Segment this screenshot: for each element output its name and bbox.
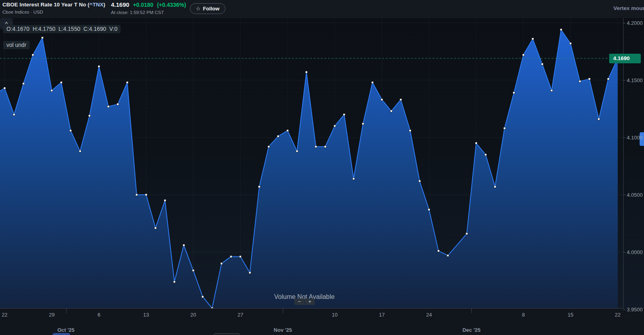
ohlc-legend-chip[interactable]: O:4.1670 H:4.1750 L:4.1550 C:4.1690 V:0 (3, 25, 121, 33)
exchange-currency-label: Cboe Indices · USD (2, 10, 43, 14)
zoom-controls: − + (294, 299, 315, 305)
data-point-marker (466, 233, 468, 235)
y-axis-label: 4.1000 (623, 134, 643, 141)
x-axis-label: 22 (0, 312, 14, 318)
data-point-marker (343, 113, 345, 115)
price-change-percent: (+0.4336%) (157, 2, 186, 8)
month-tick-mark (283, 309, 283, 313)
data-point-marker (551, 89, 553, 91)
last-price: 4.1690 (111, 1, 129, 8)
data-point-marker (202, 296, 204, 298)
data-point-marker (532, 38, 534, 40)
data-point-marker (513, 92, 515, 94)
follow-button[interactable]: ☆Follow (190, 3, 225, 14)
data-point-marker (155, 227, 157, 229)
current-price-badge: 4.1690 (609, 54, 641, 63)
data-point-marker (494, 186, 496, 188)
data-point-marker (352, 178, 354, 180)
data-point-marker (334, 125, 336, 127)
quote-header: CBOE Interest Rate 10 Year T No (^TNX) C… (0, 0, 644, 18)
data-point-marker (475, 142, 477, 144)
x-axis-label: 8 (515, 312, 532, 318)
month-label: Oct '25 (52, 327, 80, 333)
data-point-marker (315, 145, 317, 147)
data-point-marker (79, 150, 81, 152)
page-title: CBOE Interest Rate 10 Year T No (^TNX) (2, 2, 105, 8)
price-area-fill (0, 30, 618, 309)
data-point-marker (239, 256, 242, 258)
y-tick-mark (623, 80, 625, 81)
at-close-timestamp: At close: 1:59:52 PM CST (111, 10, 164, 15)
data-point-marker (126, 81, 128, 83)
quote-chart-page: CBOE Interest Rate 10 Year T No (^TNX) C… (0, 0, 644, 335)
data-point-marker (145, 194, 147, 196)
price-change: +0.0180 (133, 2, 153, 8)
x-axis-label: 17 (373, 312, 391, 318)
data-point-marker (296, 150, 298, 152)
data-point-marker (249, 272, 251, 274)
price-chart[interactable] (0, 18, 644, 309)
range-selector-pill[interactable] (213, 333, 240, 335)
range-selector-pill-active[interactable] (52, 333, 70, 335)
data-point-marker (400, 99, 402, 101)
x-axis-label: 22 (609, 312, 626, 318)
data-point-marker (98, 65, 100, 67)
y-axis-label: 4.1500 (623, 77, 643, 83)
data-point-marker (324, 145, 326, 147)
y-tick-mark (623, 195, 625, 195)
x-axis-label: 13 (137, 312, 155, 318)
data-point-marker (60, 81, 62, 83)
x-axis-label: 24 (420, 312, 438, 318)
data-point-marker (541, 63, 543, 65)
data-point-marker (230, 256, 232, 258)
watermark-text: Vertex mount (613, 5, 644, 11)
x-axis: 2229613202710172481522Oct '25Nov '25Dec … (0, 309, 644, 335)
x-axis-label: 20 (185, 312, 202, 318)
volume-legend-chip[interactable]: vol undr (3, 41, 30, 49)
data-point-marker (32, 54, 34, 56)
data-point-marker (51, 89, 53, 91)
x-axis-label: 29 (43, 312, 60, 318)
data-point-marker (173, 281, 175, 283)
x-axis-label: 6 (90, 312, 108, 318)
data-point-marker (381, 99, 383, 101)
data-point-marker (183, 244, 185, 246)
x-axis-label: 15 (562, 312, 580, 318)
data-point-marker (13, 113, 15, 115)
title-close: ) (103, 2, 105, 8)
data-point-marker (607, 78, 609, 80)
data-point-marker (70, 129, 72, 131)
data-point-marker (522, 54, 524, 56)
data-point-marker (136, 194, 138, 196)
price-block: 4.1690+0.0180(+0.4336%) (111, 1, 186, 8)
ticker-symbol: ^TNX (89, 2, 103, 8)
zoom-out-button[interactable]: − (294, 299, 304, 305)
data-point-marker (371, 81, 373, 83)
data-point-marker (89, 115, 91, 117)
y-tick-mark (623, 23, 625, 23)
data-point-marker (287, 129, 289, 131)
data-point-marker (447, 254, 449, 256)
data-point-marker (117, 103, 119, 105)
month-label: Nov '25 (269, 327, 297, 333)
chart-plot-area[interactable]: O:4.1670 H:4.1750 L:4.1550 C:4.1690 V:0 … (0, 18, 644, 309)
data-point-marker (437, 250, 439, 252)
data-point-marker (390, 110, 392, 112)
y-axis-label: 4.2000 (623, 20, 643, 26)
data-point-marker (192, 269, 194, 271)
data-point-marker (41, 37, 43, 39)
data-point-marker (277, 135, 279, 137)
zoom-in-button[interactable]: + (305, 299, 315, 305)
y-axis-label: 4.0000 (623, 249, 643, 255)
data-point-marker (268, 145, 270, 147)
data-point-marker (306, 71, 308, 73)
y-tick-mark (623, 252, 625, 252)
data-point-marker (588, 78, 590, 80)
data-point-marker (258, 186, 260, 188)
x-axis-label: 27 (231, 312, 249, 318)
data-point-marker (4, 87, 6, 89)
data-point-marker (419, 180, 421, 182)
x-axis-label: 10 (326, 312, 344, 318)
data-point-marker (221, 262, 223, 264)
y-tick-mark (623, 137, 625, 138)
